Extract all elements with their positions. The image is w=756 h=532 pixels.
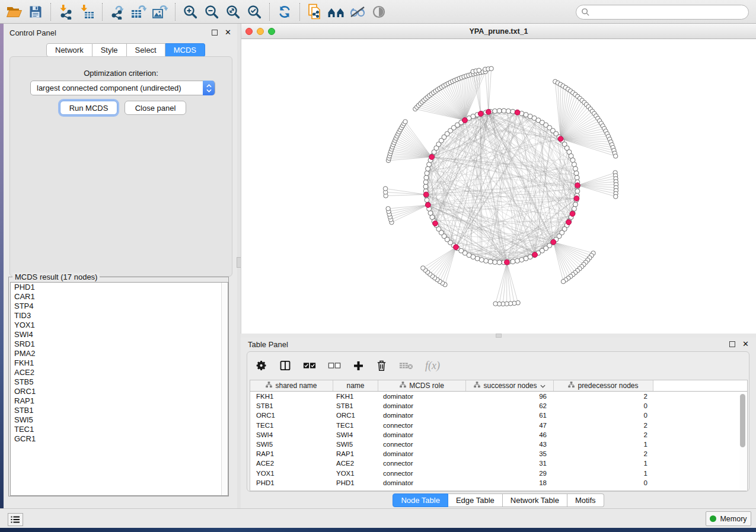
float-window-icon[interactable] [212,30,218,36]
mcds-result-list[interactable]: PHD1CAR1STP4TID3YOX1SWI4SRD1PMA2FKH1ACE2… [10,282,228,496]
divider-grip[interactable] [496,334,502,338]
memory-button[interactable]: Memory [706,511,751,526]
table-cell[interactable]: connector [378,440,466,449]
table-cell[interactable]: 35 [466,449,554,459]
table-cell[interactable]: 31 [466,459,554,468]
table-cell[interactable]: 0 [554,478,653,488]
mcds-result-item[interactable]: STB5 [11,377,228,387]
table-cell[interactable]: ACE2 [250,459,333,468]
table-cell[interactable]: dominator [378,449,466,459]
table-cell[interactable]: SWI4 [333,430,378,440]
run-mcds-button[interactable]: Run MCDS [60,101,117,115]
table-cell[interactable]: ORC1 [250,411,333,420]
tab-edge-table[interactable]: Edge Table [448,493,503,507]
table-cell[interactable]: TEC1 [250,421,333,430]
column-header-predecessor-nodes[interactable]: predecessor nodes [554,380,653,391]
tab-style[interactable]: Style [92,43,127,57]
refresh-button[interactable] [274,2,295,22]
table-cell[interactable]: connector [378,421,466,430]
table-cell[interactable]: 1 [554,440,653,449]
table-row[interactable]: SWI4SWI4dominator462 [250,430,747,440]
table-cell[interactable]: RAP1 [333,449,378,459]
table-cell[interactable]: 61 [466,411,554,420]
column-header-shared-name[interactable]: shared name [250,380,333,391]
zoom-out-button[interactable] [201,2,222,22]
binoculars-button[interactable] [326,2,347,22]
export-network-button[interactable] [107,2,128,22]
table-cell[interactable]: TEC1 [333,421,378,430]
table-cell[interactable]: 1 [554,469,653,478]
table-cell[interactable]: dominator [378,392,466,401]
close-panel-icon[interactable]: ✕ [225,30,231,36]
table-cell[interactable]: FKH1 [250,392,333,401]
mcds-list-scrollbar[interactable] [221,283,228,495]
table-cell[interactable]: connector [378,459,466,468]
table-cell[interactable]: STB1 [250,401,333,411]
zoom-fit-button[interactable] [222,2,244,22]
zoom-in-button[interactable] [180,2,201,22]
table-row[interactable]: STB1STB1dominator620 [250,401,747,411]
mcds-result-item[interactable]: PMA2 [11,349,228,358]
table-row[interactable]: YOX1YOX1connector291 [250,469,747,478]
global-search-field[interactable] [576,5,749,20]
tab-motifs[interactable]: Motifs [567,493,604,507]
mcds-result-item[interactable]: STB1 [11,406,228,415]
select-all-button[interactable] [303,361,316,370]
column-header-successor-nodes[interactable]: successor nodes [466,380,554,391]
mcds-result-item[interactable]: TEC1 [11,425,228,434]
mcds-result-item[interactable]: PHD1 [11,283,228,292]
network-canvas[interactable] [241,39,756,334]
table-row[interactable]: SWI5SWI5connector431 [250,440,747,449]
table-cell[interactable]: 0 [554,401,653,411]
network-graph[interactable] [241,39,756,334]
mcds-result-item[interactable]: ACE2 [11,368,228,377]
delete-table-button[interactable] [399,361,413,370]
table-row[interactable]: PHD1PHD1dominator180 [250,478,747,488]
task-history-button[interactable] [8,513,23,526]
table-scrollbar-thumb[interactable] [740,394,745,447]
table-cell[interactable]: dominator [378,478,466,488]
table-cell[interactable]: ACE2 [333,459,378,468]
table-cell[interactable]: dominator [378,401,466,411]
export-table-button[interactable] [128,2,149,22]
table-cell[interactable]: 18 [466,478,554,488]
zoom-selected-button[interactable] [244,2,265,22]
mcds-result-item[interactable]: STP4 [11,302,228,311]
table-row[interactable]: ACE2ACE2connector311 [250,459,747,468]
close-panel-icon[interactable]: ✕ [742,341,749,347]
optimization-criterion-select[interactable]: largest connected component (undirected) [30,81,215,95]
hide-glasses-button[interactable] [347,2,368,22]
float-window-icon[interactable] [729,341,735,347]
table-cell[interactable]: 62 [466,401,554,411]
table-cell[interactable]: FKH1 [333,392,378,401]
table-row[interactable]: TEC1TEC1connector472 [250,421,747,430]
mcds-result-item[interactable]: ORC1 [11,387,228,396]
mcds-result-item[interactable]: GCR1 [11,434,228,444]
mcds-result-item[interactable]: SRD1 [11,339,228,349]
table-cell[interactable]: YOX1 [250,469,333,478]
delete-button[interactable] [376,360,387,371]
mcds-result-item[interactable]: FKH1 [11,358,228,368]
tab-network-table[interactable]: Network Table [503,493,567,507]
eye-button[interactable] [368,2,390,22]
table-cell[interactable]: 29 [466,469,554,478]
deselect-all-button[interactable] [328,361,341,370]
table-cell[interactable]: 47 [466,421,554,430]
table-cell[interactable]: 43 [466,440,554,449]
mcds-result-item[interactable]: YOX1 [11,321,228,330]
mcds-result-item[interactable]: TID3 [11,311,228,321]
table-row[interactable]: FKH1FKH1dominator962 [250,392,747,401]
table-scrollbar[interactable] [739,393,746,489]
share-document-button[interactable] [304,2,326,22]
table-cell[interactable]: SWI5 [250,440,333,449]
tab-network[interactable]: Network [46,43,92,57]
column-header-name[interactable]: name [333,380,378,391]
close-panel-button[interactable]: Close panel [125,101,186,115]
show-columns-button[interactable] [279,360,291,371]
table-cell[interactable]: dominator [378,430,466,440]
table-cell[interactable]: dominator [378,411,466,420]
table-cell[interactable]: 1 [554,459,653,468]
tab-select[interactable]: Select [127,43,165,57]
table-cell[interactable]: 2 [554,392,653,401]
table-cell[interactable]: PHD1 [333,478,378,488]
